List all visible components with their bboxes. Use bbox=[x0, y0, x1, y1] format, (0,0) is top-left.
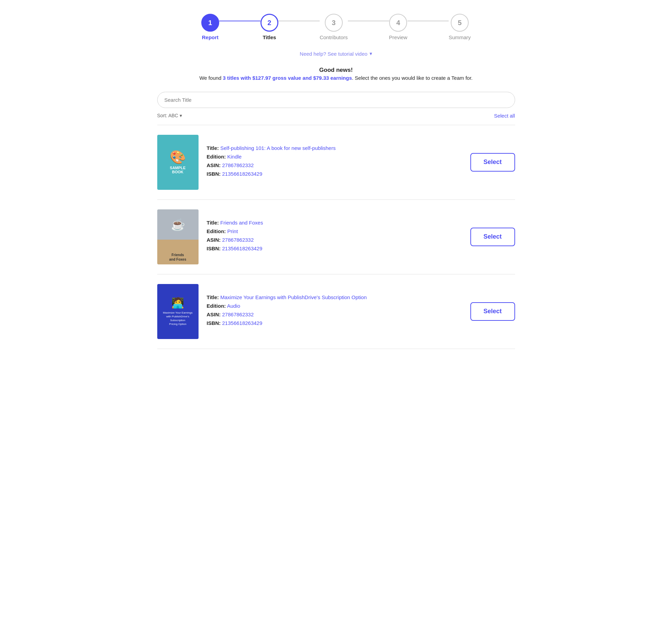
select-button-1[interactable]: Select bbox=[470, 228, 515, 246]
edition-label-1: Edition: bbox=[207, 228, 226, 234]
book-item-2: 🧑‍💻 Maximize Your Earningswith PublishDr… bbox=[157, 274, 515, 349]
select-button-0[interactable]: Select bbox=[470, 153, 515, 172]
step-label-5: Summary bbox=[449, 34, 471, 40]
book-edition-line-0: Edition: Kindle bbox=[207, 154, 462, 160]
sample-book-label: SAMPLEBOOK bbox=[170, 166, 186, 174]
book-info-2: Title: Maximize Your Earnings with Publi… bbox=[207, 294, 462, 329]
isbn-label-1: ISBN: bbox=[207, 245, 221, 251]
isbn-value-0: 21356618263429 bbox=[222, 171, 263, 177]
asin-label-0: ASIN: bbox=[207, 162, 221, 168]
stepper: 1 Report 2 Titles 3 Contributors 4 Previ… bbox=[157, 14, 515, 40]
book-info-0: Title: Self-publishing 101: A book for n… bbox=[207, 145, 462, 179]
book-edition-line-2: Edition: Audio bbox=[207, 303, 462, 309]
book-isbn-line-1: ISBN: 21356618263429 bbox=[207, 245, 462, 251]
book-list: 🎨 SAMPLEBOOK Title: Self-publishing 101:… bbox=[157, 125, 515, 349]
step-1: 1 Report bbox=[201, 14, 219, 40]
search-input[interactable] bbox=[157, 92, 515, 108]
title-label-2: Title: bbox=[207, 294, 219, 300]
book-cover-2: 🧑‍💻 Maximize Your Earningswith PublishDr… bbox=[157, 284, 199, 339]
isbn-value-2: 21356618263429 bbox=[222, 320, 263, 326]
edition-label-0: Edition: bbox=[207, 154, 226, 160]
step-circle-1: 1 bbox=[201, 14, 219, 32]
book-asin-line-0: ASIN: 27867862332 bbox=[207, 162, 462, 168]
announcement-highlight: 3 titles with $127.97 gross value and $7… bbox=[223, 75, 352, 81]
chevron-down-icon: ▾ bbox=[370, 51, 372, 57]
isbn-label-2: ISBN: bbox=[207, 320, 221, 326]
asin-label-1: ASIN: bbox=[207, 237, 221, 243]
asin-value-1: 27867862332 bbox=[222, 237, 254, 243]
blue-cover-figure-icon: 🧑‍💻 bbox=[171, 297, 184, 309]
help-link-text: Need help? See tutorial video bbox=[300, 51, 367, 57]
book-info-1: Title: Friends and Foxes Edition: Print … bbox=[207, 220, 462, 254]
sort-chevron-icon: ▾ bbox=[180, 113, 182, 118]
edition-value-1: Print bbox=[227, 228, 238, 234]
book-asin-line-2: ASIN: 27867862332 bbox=[207, 312, 462, 317]
step-5: 5 Summary bbox=[449, 14, 471, 40]
title-label-0: Title: bbox=[207, 145, 219, 151]
foxes-top: ☕ bbox=[157, 209, 199, 240]
connector-1-2 bbox=[219, 21, 260, 21]
connector-2-3 bbox=[278, 21, 320, 21]
foxes-cup-icon: ☕ bbox=[171, 218, 185, 231]
step-2: 2 Titles bbox=[260, 14, 278, 40]
book-item-1: ☕ Friendsand Foxes Title: Friends and Fo… bbox=[157, 200, 515, 274]
announcement-prefix: We found bbox=[199, 75, 223, 81]
list-controls: Sort: ABC ▾ Select all bbox=[157, 113, 515, 119]
step-circle-2: 2 bbox=[260, 14, 278, 32]
isbn-label-0: ISBN: bbox=[207, 171, 221, 177]
step-label-3: Contributors bbox=[320, 34, 348, 40]
step-circle-4: 4 bbox=[389, 14, 407, 32]
foxes-book-label: Friendsand Foxes bbox=[168, 251, 188, 263]
book-cover-foxes: ☕ Friendsand Foxes bbox=[157, 209, 199, 264]
sort-control[interactable]: Sort: ABC ▾ bbox=[157, 113, 182, 118]
title-value-1: Friends and Foxes bbox=[220, 220, 263, 226]
edition-value-0: Kindle bbox=[227, 154, 242, 160]
edition-value-2: Audio bbox=[227, 303, 240, 309]
select-button-2[interactable]: Select bbox=[470, 302, 515, 321]
announcement-headline: Good news! bbox=[157, 67, 515, 74]
step-3: 3 Contributors bbox=[320, 14, 348, 40]
step-label-2: Titles bbox=[263, 34, 276, 40]
book-cover-1: ☕ Friendsand Foxes bbox=[157, 209, 199, 264]
book-cover-0: 🎨 SAMPLEBOOK bbox=[157, 135, 199, 190]
book-isbn-line-2: ISBN: 21356618263429 bbox=[207, 320, 462, 326]
step-4: 4 Preview bbox=[389, 14, 407, 40]
select-all-button[interactable]: Select all bbox=[494, 113, 515, 119]
book-isbn-line-0: ISBN: 21356618263429 bbox=[207, 171, 462, 177]
title-label-1: Title: bbox=[207, 220, 219, 226]
step-circle-3: 3 bbox=[325, 14, 343, 32]
title-value-2: Maximize Your Earnings with PublishDrive… bbox=[220, 294, 367, 300]
title-value-0: Self-publishing 101: A book for new self… bbox=[220, 145, 335, 151]
foxes-bottom: Friendsand Foxes bbox=[157, 240, 199, 264]
asin-value-2: 27867862332 bbox=[222, 312, 254, 317]
book-item-0: 🎨 SAMPLEBOOK Title: Self-publishing 101:… bbox=[157, 125, 515, 200]
book-title-line-1: Title: Friends and Foxes bbox=[207, 220, 462, 226]
announcement-subtext: We found 3 titles with $127.97 gross val… bbox=[157, 75, 515, 81]
sample-book-icon: 🎨 bbox=[170, 151, 186, 164]
book-asin-line-1: ASIN: 27867862332 bbox=[207, 237, 462, 243]
step-label-1: Report bbox=[202, 34, 218, 40]
sort-label: Sort: ABC bbox=[157, 113, 178, 118]
book-edition-line-1: Edition: Print bbox=[207, 228, 462, 234]
blue-cover-text: Maximize Your Earningswith PublishDrive'… bbox=[160, 311, 196, 326]
asin-label-2: ASIN: bbox=[207, 312, 221, 317]
step-label-4: Preview bbox=[389, 34, 407, 40]
connector-4-5 bbox=[407, 21, 449, 21]
book-cover-sample: 🎨 SAMPLEBOOK bbox=[157, 135, 199, 190]
help-link-container: Need help? See tutorial video ▾ bbox=[157, 51, 515, 57]
asin-value-0: 27867862332 bbox=[222, 162, 254, 168]
book-title-line-0: Title: Self-publishing 101: A book for n… bbox=[207, 145, 462, 151]
edition-label-2: Edition: bbox=[207, 303, 226, 309]
announcement: Good news! We found 3 titles with $127.9… bbox=[157, 67, 515, 81]
book-cover-blue: 🧑‍💻 Maximize Your Earningswith PublishDr… bbox=[157, 284, 199, 339]
book-title-line-2: Title: Maximize Your Earnings with Publi… bbox=[207, 294, 462, 300]
help-link[interactable]: Need help? See tutorial video ▾ bbox=[300, 51, 372, 57]
announcement-suffix: . Select the ones you would like to crea… bbox=[352, 75, 473, 81]
isbn-value-1: 21356618263429 bbox=[222, 245, 263, 251]
connector-3-4 bbox=[348, 21, 389, 21]
step-circle-5: 5 bbox=[451, 14, 469, 32]
